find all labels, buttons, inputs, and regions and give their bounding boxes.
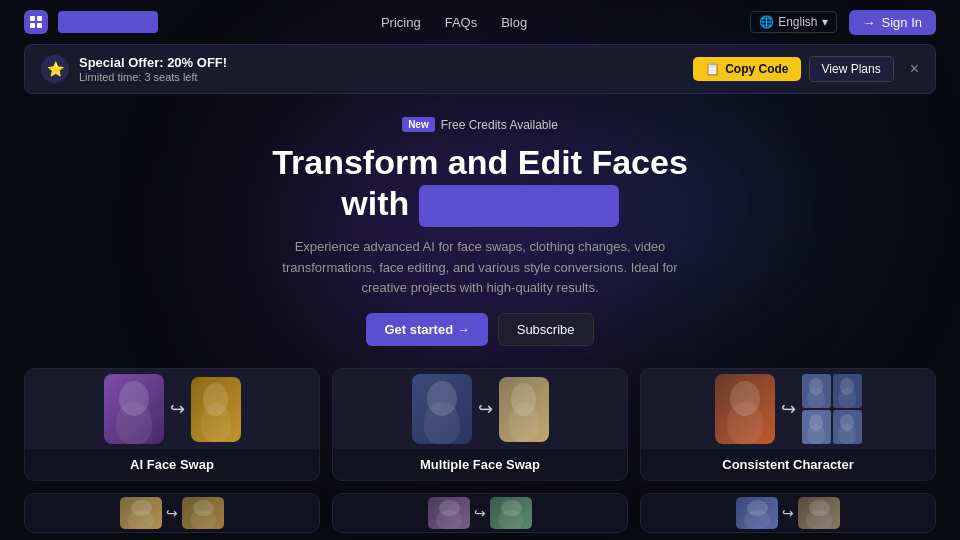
swap-arrow-icon-2: ↪ xyxy=(478,398,493,420)
grid-img-4 xyxy=(833,410,862,444)
face-multi-left-img xyxy=(412,374,472,444)
card-multiple-face-swap-label: Multiple Face Swap xyxy=(333,449,627,480)
banner-left: ⭐ Special Offer: 20% OFF! Limited time: … xyxy=(41,55,227,83)
navbar: Pricing FAQs Blog 🌐 English ▾ → Sign In xyxy=(0,0,960,44)
hero-description: Experience advanced AI for face swaps, c… xyxy=(280,237,680,299)
view-plans-button[interactable]: View Plans xyxy=(809,56,894,82)
swap-arrow-icon: ↪ xyxy=(170,398,185,420)
card-style-transfer[interactable]: ↪ xyxy=(24,493,320,533)
face-multi-right-img xyxy=(499,377,549,442)
svg-rect-3 xyxy=(37,23,42,28)
face-sm-left-1 xyxy=(120,497,162,529)
card-bottom-faces-2: ↪ xyxy=(424,493,536,533)
face-sm-left-3 xyxy=(736,497,778,529)
grid-img-2 xyxy=(833,374,862,408)
arrow-sm-3: ↪ xyxy=(782,505,794,521)
card-multiple-face-swap[interactable]: ↪ Multiple Face Swap xyxy=(332,368,628,481)
copy-code-label: Copy Code xyxy=(725,62,788,76)
face-sm-right-3 xyxy=(798,497,840,529)
card-multiple-face-swap-image: ↪ xyxy=(333,369,627,449)
star-icon: ⭐ xyxy=(41,55,69,83)
svg-rect-2 xyxy=(30,23,35,28)
copy-code-button[interactable]: 📋 Copy Code xyxy=(693,57,800,81)
face-right-img xyxy=(191,377,241,442)
nav-pricing[interactable]: Pricing xyxy=(381,15,421,30)
cards-grid: ↪ AI Face Swap ↪ xyxy=(24,368,936,481)
card-consistent-character[interactable]: ↪ Consistent Character xyxy=(640,368,936,481)
card-clothing-swap[interactable]: ↪ xyxy=(640,493,936,533)
globe-icon: 🌐 xyxy=(759,15,774,29)
swap-arrow-icon-3: ↪ xyxy=(781,398,796,420)
navbar-right: 🌐 English ▾ → Sign In xyxy=(750,10,936,35)
face-left-img xyxy=(104,374,164,444)
new-badge: New Free Credits Available xyxy=(402,117,558,132)
new-tag: New xyxy=(402,117,435,132)
face-consist-grid xyxy=(802,374,862,444)
card-consistent-character-image: ↪ xyxy=(641,369,935,449)
banner-actions: 📋 Copy Code View Plans × xyxy=(693,56,919,82)
card-consistent-character-label: Consistent Character xyxy=(641,449,935,480)
grid-img-1 xyxy=(802,374,831,408)
get-started-button[interactable]: Get started → xyxy=(366,313,487,346)
card-bottom-faces-1: ↪ xyxy=(116,493,228,533)
face-sm-left-2 xyxy=(428,497,470,529)
subscribe-button[interactable]: Subscribe xyxy=(498,313,594,346)
navbar-left xyxy=(24,10,158,34)
face-consist-main-img xyxy=(715,374,775,444)
copy-icon: 📋 xyxy=(705,62,720,76)
signin-icon: → xyxy=(863,15,876,30)
sign-in-button[interactable]: → Sign In xyxy=(849,10,936,35)
arrow-sm-1: ↪ xyxy=(166,505,178,521)
hero-title-line1: Transform and Edit Faces xyxy=(272,143,688,181)
logo-name xyxy=(58,11,158,33)
promo-banner: ⭐ Special Offer: 20% OFF! Limited time: … xyxy=(24,44,936,94)
card-bottom-faces-3: ↪ xyxy=(732,493,844,533)
hero-title-highlight xyxy=(419,185,619,227)
banner-offer-main: Special Offer: 20% OFF! xyxy=(79,55,227,70)
hero-title: Transform and Edit Faces with xyxy=(24,142,936,227)
cards-grid-bottom: ↪ ↪ ↪ xyxy=(24,493,936,533)
chevron-down-icon: ▾ xyxy=(822,15,828,29)
hero-title-line2: with xyxy=(341,184,409,222)
card-age-change[interactable]: ↪ xyxy=(332,493,628,533)
hero-section: New Free Credits Available Transform and… xyxy=(0,94,960,356)
svg-rect-1 xyxy=(37,16,42,21)
grid-img-3 xyxy=(802,410,831,444)
lang-label: English xyxy=(778,15,817,29)
badge-text: Free Credits Available xyxy=(441,118,558,132)
svg-rect-0 xyxy=(30,16,35,21)
banner-offer-sub: Limited time: 3 seats left xyxy=(79,71,227,83)
card-ai-face-swap-label: AI Face Swap xyxy=(25,449,319,480)
navbar-center: Pricing FAQs Blog xyxy=(381,15,527,30)
face-sm-right-2 xyxy=(490,497,532,529)
face-sm-right-1 xyxy=(182,497,224,529)
language-selector[interactable]: 🌐 English ▾ xyxy=(750,11,836,33)
hero-actions: Get started → Subscribe xyxy=(24,313,936,346)
logo-icon xyxy=(24,10,48,34)
card-ai-face-swap-image: ↪ xyxy=(25,369,319,449)
card-ai-face-swap[interactable]: ↪ AI Face Swap xyxy=(24,368,320,481)
cards-section: ↪ AI Face Swap ↪ xyxy=(0,356,960,533)
nav-faqs[interactable]: FAQs xyxy=(445,15,478,30)
banner-close-icon[interactable]: × xyxy=(910,60,919,78)
signin-label: Sign In xyxy=(882,15,922,30)
arrow-sm-2: ↪ xyxy=(474,505,486,521)
nav-blog[interactable]: Blog xyxy=(501,15,527,30)
